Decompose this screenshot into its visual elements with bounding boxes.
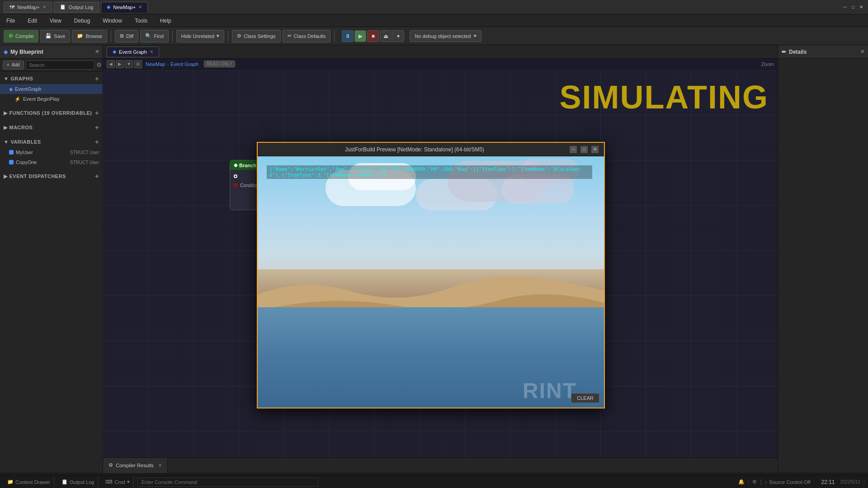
compile-button[interactable]: ⚙ Compile bbox=[4, 30, 38, 42]
time-section: 22:11 2022/5/11 bbox=[814, 479, 864, 485]
nav-back-btn[interactable]: ◀ bbox=[107, 60, 115, 68]
status-bar: 📁 Content Drawer 📋 Output Log ⌨ Cmd ▾ 🔔 … bbox=[0, 475, 868, 488]
event-beginplay-item[interactable]: ⚡ Event BeginPlay bbox=[0, 94, 103, 104]
graphs-section-header[interactable]: ▼ GRAPHS + bbox=[0, 73, 103, 84]
class-settings-button[interactable]: ⚙ Class Settings bbox=[232, 30, 280, 42]
menu-debug[interactable]: Debug bbox=[71, 17, 93, 25]
menu-window[interactable]: Window bbox=[100, 17, 125, 25]
close-window-button[interactable]: ✕ bbox=[858, 4, 864, 10]
save-button[interactable]: 💾 Save bbox=[40, 30, 70, 42]
my-blueprint-panel: ◆ My Blueprint ✕ + Add ⚙ ▼ GRAPHS + ◆ Ev… bbox=[0, 45, 103, 473]
preview-close-btn[interactable]: ✕ bbox=[591, 146, 599, 153]
add-button[interactable]: + Add bbox=[3, 61, 24, 70]
settings-section[interactable]: ⚙ bbox=[749, 479, 761, 485]
stop-button[interactable]: ■ bbox=[367, 30, 379, 42]
blueprint-icon: ◆ bbox=[4, 49, 8, 55]
settings-icon: ⚙ bbox=[752, 479, 757, 485]
copyone-variable-item[interactable]: CopyOne STRUCT User bbox=[0, 157, 103, 167]
tab-newmap1-close[interactable]: ✕ bbox=[42, 5, 46, 9]
diff-button[interactable]: ⊞ Diff bbox=[115, 30, 138, 42]
details-close[interactable]: ✕ bbox=[860, 49, 864, 55]
clear-button[interactable]: CLEAR bbox=[571, 393, 599, 403]
play-controls: ⏸ ▶ ■ ⏏ ▾ bbox=[342, 30, 404, 42]
class-defaults-icon: ✏ bbox=[288, 33, 292, 39]
tab-newmap2-close[interactable]: ✕ bbox=[138, 5, 142, 9]
menu-edit[interactable]: Edit bbox=[25, 17, 40, 25]
tab-output-log[interactable]: 📋 Output Log bbox=[54, 2, 99, 13]
preview-titlebar: JustForBuild Preview [NetMode: Standalon… bbox=[258, 143, 604, 156]
graphs-collapse-icon: ▼ bbox=[4, 76, 9, 81]
maximize-button[interactable]: □ bbox=[850, 4, 856, 10]
my-blueprint-toolbar: + Add ⚙ bbox=[0, 59, 103, 71]
event-graph-tab[interactable]: ◆ Event Graph ✕ bbox=[107, 47, 159, 57]
menu-view[interactable]: View bbox=[47, 17, 64, 25]
notification-section[interactable]: 🔔 bbox=[735, 479, 749, 485]
tab-newmap-1[interactable]: 🗺 NewMap+ ✕ bbox=[4, 2, 52, 13]
breadcrumb-newmap[interactable]: NewMap bbox=[146, 61, 165, 67]
minimize-button[interactable]: ─ bbox=[842, 4, 848, 10]
debug-object-select[interactable]: No debug object selected ▾ bbox=[410, 30, 481, 42]
compiler-results-tab[interactable]: ⚙ Compiler Results ✕ bbox=[103, 458, 168, 473]
macros-section-header[interactable]: ▶ MACROS + bbox=[0, 122, 103, 133]
menu-file[interactable]: File bbox=[4, 17, 18, 25]
functions-add-button[interactable]: + bbox=[95, 109, 99, 117]
event-graph-item[interactable]: ◆ EventGraph bbox=[0, 84, 103, 94]
search-settings-button[interactable]: ⚙ bbox=[96, 61, 102, 68]
print-watermark: RINT bbox=[523, 378, 577, 403]
toolbar-divider-4 bbox=[334, 31, 335, 42]
tab-outputlog-label: Output Log bbox=[69, 5, 93, 10]
event-dispatchers-header[interactable]: ▶ EVENT DISPATCHERS + bbox=[0, 171, 103, 182]
menu-tools[interactable]: Tools bbox=[132, 17, 150, 25]
graph-canvas[interactable]: SIMULATING ◆ Branch Condition bbox=[103, 70, 778, 457]
tab-newmap-2[interactable]: ◆ NewMap+ ✕ bbox=[101, 2, 148, 13]
variables-add-button[interactable]: + bbox=[95, 138, 99, 145]
variables-section-header[interactable]: ▼ VARIABLES + bbox=[0, 136, 103, 147]
options-button[interactable]: ▾ bbox=[392, 30, 404, 42]
find-button[interactable]: 🔍 Find bbox=[140, 30, 168, 42]
ed-collapse-icon: ▶ bbox=[4, 174, 8, 179]
zoom-label: Zoom bbox=[761, 61, 774, 67]
functions-section-header[interactable]: ▶ FUNCTIONS (19 OVERRIDABLE) + bbox=[0, 108, 103, 118]
save-icon: 💾 bbox=[45, 33, 52, 39]
preview-maximize-btn[interactable]: □ bbox=[580, 146, 588, 153]
content-drawer-section[interactable]: 📁 Content Drawer bbox=[4, 476, 54, 488]
hide-unrelated-button[interactable]: Hide Unrelated ▾ bbox=[176, 30, 224, 42]
class-defaults-button[interactable]: ✏ Class Defaults bbox=[283, 30, 331, 42]
console-input[interactable] bbox=[137, 478, 318, 487]
browse-button[interactable]: 📁 Browse bbox=[72, 30, 107, 42]
event-graph-tab-icon: ◆ bbox=[113, 49, 116, 55]
play-button[interactable]: ▶ bbox=[354, 30, 366, 42]
debug-dropdown-icon: ▾ bbox=[474, 33, 476, 39]
eject-button[interactable]: ⏏ bbox=[380, 30, 392, 42]
myuser-variable-item[interactable]: MyUser STRUCT User bbox=[0, 147, 103, 157]
myuser-var-icon bbox=[9, 150, 14, 155]
nav-fwd-btn[interactable]: ▶ bbox=[116, 60, 124, 68]
event-dispatchers-section: ▶ EVENT DISPATCHERS + bbox=[0, 169, 103, 183]
graphs-section: ▼ GRAPHS + ◆ EventGraph ⚡ Event BeginPla… bbox=[0, 71, 103, 106]
time-display: 22:11 bbox=[817, 479, 838, 485]
graphs-add-button[interactable]: + bbox=[95, 75, 99, 82]
macros-add-button[interactable]: + bbox=[95, 124, 99, 131]
preview-window[interactable]: JustForBuild Preview [NetMode: Standalon… bbox=[257, 142, 605, 408]
event-graph-tab-close[interactable]: ✕ bbox=[150, 49, 153, 54]
pause-button[interactable]: ⏸ bbox=[342, 30, 354, 42]
nav-down-btn[interactable]: ▼ bbox=[125, 60, 133, 68]
functions-collapse-icon: ▶ bbox=[4, 110, 8, 116]
breadcrumb-eventgraph[interactable]: Event Graph bbox=[170, 61, 198, 67]
nav-grid-btn[interactable]: ⊞ bbox=[134, 60, 142, 68]
source-control-section[interactable]: ↑ Source Control Off bbox=[761, 479, 814, 485]
cmd-section[interactable]: ⌨ Cmd ▾ bbox=[102, 476, 133, 488]
hide-unrelated-dropdown-icon: ▾ bbox=[217, 33, 219, 39]
search-input[interactable] bbox=[26, 61, 94, 70]
ed-add-button[interactable]: + bbox=[95, 173, 99, 180]
toolbar-divider-2 bbox=[172, 31, 173, 42]
my-blueprint-close[interactable]: ✕ bbox=[95, 49, 99, 55]
title-bar: 🗺 NewMap+ ✕ 📋 Output Log ◆ NewMap+ ✕ ─ □… bbox=[0, 0, 868, 14]
output-log-section[interactable]: 📋 Output Log bbox=[58, 476, 98, 488]
menu-help[interactable]: Help bbox=[157, 17, 174, 25]
preview-minimize-btn[interactable]: ─ bbox=[570, 146, 577, 153]
preview-content: {"Name":"WarriorDan","Age":7,"Level":90,… bbox=[258, 156, 604, 408]
variables-collapse-icon: ▼ bbox=[4, 139, 9, 145]
compiler-tab-close[interactable]: ✕ bbox=[158, 463, 162, 468]
compiler-icon: ⚙ bbox=[108, 462, 113, 468]
